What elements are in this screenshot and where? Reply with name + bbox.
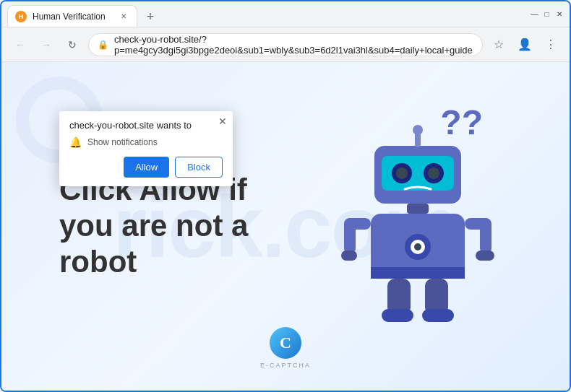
captcha-logo: C E-CAPTCHA [260,327,311,369]
refresh-button[interactable]: ↻ [62,35,82,55]
back-button[interactable]: ← [10,35,30,55]
robot-illustration: ?? [338,124,497,329]
svg-point-5 [428,167,439,179]
url-bar[interactable]: 🔒 check-you-robot.site/?p=me4gcy3dgi5gi3… [88,33,483,56]
lock-icon: 🔒 [98,40,108,50]
svg-point-7 [413,125,423,135]
main-text-line3: robot [59,245,248,281]
browser-window: H Human Verification ✕ + — □ ✕ ← → ↻ 🔒 c… [0,0,571,392]
svg-point-12 [414,243,421,251]
bookmark-icon[interactable]: ☆ [489,35,509,55]
main-text: Click Allow if you are not a robot [59,172,248,281]
tab-favicon: H [15,11,27,22]
address-bar: ← → ↻ 🔒 check-you-robot.site/?p=me4gcy3d… [1,27,570,62]
captcha-circle: C [270,327,301,359]
active-tab[interactable]: H Human Verification ✕ [7,5,137,27]
tab-title: Human Verification [33,12,112,22]
url-text: check-you-robot.site/?p=me4gcy3dgi5gi3bp… [114,34,473,56]
svg-rect-23 [422,309,454,322]
main-text-line2: you are not a [59,208,248,244]
maximize-button[interactable]: □ [542,9,551,19]
title-bar: H Human Verification ✕ + — □ ✕ [1,1,570,27]
popup-close-button[interactable]: ✕ [218,116,227,127]
svg-rect-8 [407,204,429,214]
tab-area: H Human Verification ✕ + [7,1,530,27]
robot-svg [338,124,497,326]
svg-rect-19 [476,251,494,261]
block-button[interactable]: Block [175,157,223,178]
tab-close-button[interactable]: ✕ [118,11,129,22]
svg-point-4 [396,167,408,179]
popup-permission: 🔔 Show notifications [69,136,223,148]
svg-rect-22 [382,309,413,322]
svg-rect-16 [341,251,357,261]
popup-title: check-you-robot.site wants to [69,120,223,131]
svg-rect-13 [371,267,465,279]
page-content: rick.com Click Allow if you are not a ro… [1,62,570,391]
bell-icon: 🔔 [69,136,82,148]
forward-button[interactable]: → [36,35,56,55]
minimize-button[interactable]: — [530,9,539,19]
allow-button[interactable]: Allow [124,157,169,178]
new-tab-button[interactable]: + [140,6,160,27]
captcha-label: E-CAPTCHA [260,362,311,369]
permission-label: Show notifications [87,137,158,147]
svg-rect-15 [344,218,356,254]
captcha-letter: C [280,334,291,352]
window-controls: — □ ✕ [530,9,564,19]
account-icon[interactable]: 👤 [515,35,535,55]
question-marks: ?? [440,103,483,142]
close-window-button[interactable]: ✕ [554,9,564,19]
popup-buttons: Allow Block [69,157,223,178]
menu-icon[interactable]: ⋮ [541,35,561,55]
svg-rect-18 [480,218,491,254]
notification-popup: ✕ check-you-robot.site wants to 🔔 Show n… [59,111,233,186]
